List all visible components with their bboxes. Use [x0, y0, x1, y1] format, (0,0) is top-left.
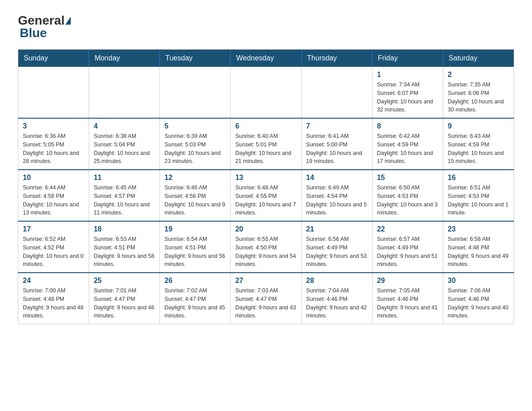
calendar-day-cell: 25Sunrise: 7:01 AM Sunset: 4:47 PM Dayli…	[89, 273, 160, 324]
day-info: Sunrise: 7:35 AM Sunset: 6:06 PM Dayligh…	[448, 81, 509, 114]
day-number: 4	[94, 122, 155, 130]
calendar-day-cell: 4Sunrise: 6:38 AM Sunset: 5:04 PM Daylig…	[89, 118, 160, 170]
day-info: Sunrise: 6:41 AM Sunset: 5:00 PM Dayligh…	[306, 132, 368, 166]
day-number: 2	[448, 71, 509, 79]
calendar-day-cell: 26Sunrise: 7:02 AM Sunset: 4:47 PM Dayli…	[160, 273, 231, 324]
day-number: 10	[23, 174, 84, 182]
day-info: Sunrise: 6:57 AM Sunset: 4:49 PM Dayligh…	[377, 235, 438, 269]
day-info: Sunrise: 7:03 AM Sunset: 4:47 PM Dayligh…	[235, 287, 296, 320]
calendar-day-cell: 16Sunrise: 6:51 AM Sunset: 4:53 PM Dayli…	[443, 170, 514, 221]
calendar-day-cell: 24Sunrise: 7:00 AM Sunset: 4:48 PM Dayli…	[18, 273, 89, 324]
calendar-header-friday: Friday	[372, 50, 443, 67]
calendar-header-thursday: Thursday	[301, 50, 372, 67]
calendar-day-cell: 19Sunrise: 6:54 AM Sunset: 4:51 PM Dayli…	[160, 221, 231, 273]
calendar-day-cell: 29Sunrise: 7:05 AM Sunset: 4:46 PM Dayli…	[372, 273, 443, 324]
day-number: 14	[306, 174, 368, 182]
calendar-week-row: 10Sunrise: 6:44 AM Sunset: 4:58 PM Dayli…	[18, 170, 514, 221]
calendar-header-saturday: Saturday	[443, 50, 514, 67]
day-info: Sunrise: 7:34 AM Sunset: 6:07 PM Dayligh…	[377, 81, 438, 114]
calendar-day-cell: 2Sunrise: 7:35 AM Sunset: 6:06 PM Daylig…	[443, 67, 514, 119]
day-info: Sunrise: 7:01 AM Sunset: 4:47 PM Dayligh…	[94, 287, 155, 320]
day-number: 24	[23, 277, 84, 285]
day-number: 3	[23, 122, 84, 130]
day-info: Sunrise: 6:51 AM Sunset: 4:53 PM Dayligh…	[448, 184, 509, 217]
day-info: Sunrise: 6:45 AM Sunset: 4:57 PM Dayligh…	[94, 184, 155, 217]
day-number: 6	[235, 122, 296, 130]
page-header: General Blue	[18, 13, 514, 40]
calendar-day-cell: 8Sunrise: 6:42 AM Sunset: 4:59 PM Daylig…	[372, 118, 443, 170]
day-info: Sunrise: 6:58 AM Sunset: 4:48 PM Dayligh…	[448, 235, 509, 269]
calendar-day-cell: 3Sunrise: 6:36 AM Sunset: 5:05 PM Daylig…	[18, 118, 89, 170]
day-info: Sunrise: 6:54 AM Sunset: 4:51 PM Dayligh…	[164, 235, 226, 269]
day-number: 11	[94, 174, 155, 182]
day-info: Sunrise: 6:49 AM Sunset: 4:54 PM Dayligh…	[306, 184, 368, 217]
calendar-day-cell	[160, 67, 231, 119]
calendar-day-cell	[18, 67, 89, 119]
day-info: Sunrise: 6:38 AM Sunset: 5:04 PM Dayligh…	[94, 132, 155, 166]
day-number: 23	[448, 225, 509, 233]
calendar-header-tuesday: Tuesday	[160, 50, 231, 67]
calendar-day-cell: 7Sunrise: 6:41 AM Sunset: 5:00 PM Daylig…	[301, 118, 372, 170]
day-number: 26	[164, 277, 226, 285]
day-info: Sunrise: 7:00 AM Sunset: 4:48 PM Dayligh…	[23, 287, 84, 320]
day-number: 19	[164, 225, 226, 233]
calendar-day-cell: 28Sunrise: 7:04 AM Sunset: 4:46 PM Dayli…	[301, 273, 372, 324]
day-info: Sunrise: 6:53 AM Sunset: 4:51 PM Dayligh…	[94, 235, 155, 269]
day-number: 22	[377, 225, 438, 233]
calendar-day-cell: 30Sunrise: 7:06 AM Sunset: 4:46 PM Dayli…	[443, 273, 514, 324]
calendar-week-row: 17Sunrise: 6:52 AM Sunset: 4:52 PM Dayli…	[18, 221, 514, 273]
calendar-week-row: 1Sunrise: 7:34 AM Sunset: 6:07 PM Daylig…	[18, 67, 514, 119]
day-info: Sunrise: 6:46 AM Sunset: 4:56 PM Dayligh…	[164, 184, 226, 217]
day-number: 28	[306, 277, 368, 285]
day-number: 30	[448, 277, 509, 285]
calendar-day-cell: 11Sunrise: 6:45 AM Sunset: 4:57 PM Dayli…	[89, 170, 160, 221]
calendar-header-wednesday: Wednesday	[231, 50, 301, 67]
calendar-header-sunday: Sunday	[18, 50, 89, 67]
day-number: 5	[164, 122, 226, 130]
day-number: 9	[448, 122, 509, 130]
day-info: Sunrise: 7:05 AM Sunset: 4:46 PM Dayligh…	[377, 287, 438, 320]
calendar-table: SundayMondayTuesdayWednesdayThursdayFrid…	[18, 49, 514, 324]
day-number: 20	[235, 225, 296, 233]
calendar-day-cell: 23Sunrise: 6:58 AM Sunset: 4:48 PM Dayli…	[443, 221, 514, 273]
day-number: 8	[377, 122, 438, 130]
calendar-header-monday: Monday	[89, 50, 160, 67]
day-number: 1	[377, 71, 438, 79]
day-info: Sunrise: 7:04 AM Sunset: 4:46 PM Dayligh…	[306, 287, 368, 320]
day-info: Sunrise: 6:42 AM Sunset: 4:59 PM Dayligh…	[377, 132, 438, 166]
logo: General Blue	[18, 13, 72, 40]
day-number: 12	[164, 174, 226, 182]
day-number: 17	[23, 225, 84, 233]
logo-triangle-icon	[65, 17, 71, 25]
day-number: 13	[235, 174, 296, 182]
calendar-day-cell: 27Sunrise: 7:03 AM Sunset: 4:47 PM Dayli…	[231, 273, 301, 324]
calendar-day-cell: 17Sunrise: 6:52 AM Sunset: 4:52 PM Dayli…	[18, 221, 89, 273]
day-info: Sunrise: 7:02 AM Sunset: 4:47 PM Dayligh…	[164, 287, 226, 320]
calendar-day-cell: 21Sunrise: 6:56 AM Sunset: 4:49 PM Dayli…	[301, 221, 372, 273]
calendar-day-cell	[89, 67, 160, 119]
day-info: Sunrise: 6:52 AM Sunset: 4:52 PM Dayligh…	[23, 235, 84, 269]
day-info: Sunrise: 6:39 AM Sunset: 5:03 PM Dayligh…	[164, 132, 226, 166]
calendar-day-cell: 20Sunrise: 6:55 AM Sunset: 4:50 PM Dayli…	[231, 221, 301, 273]
calendar-week-row: 3Sunrise: 6:36 AM Sunset: 5:05 PM Daylig…	[18, 118, 514, 170]
day-info: Sunrise: 6:55 AM Sunset: 4:50 PM Dayligh…	[235, 235, 296, 269]
day-info: Sunrise: 7:06 AM Sunset: 4:46 PM Dayligh…	[448, 287, 509, 320]
calendar-day-cell: 15Sunrise: 6:50 AM Sunset: 4:53 PM Dayli…	[372, 170, 443, 221]
day-info: Sunrise: 6:56 AM Sunset: 4:49 PM Dayligh…	[306, 235, 368, 269]
calendar-day-cell: 22Sunrise: 6:57 AM Sunset: 4:49 PM Dayli…	[372, 221, 443, 273]
day-info: Sunrise: 6:50 AM Sunset: 4:53 PM Dayligh…	[377, 184, 438, 217]
day-number: 27	[235, 277, 296, 285]
calendar-day-cell: 1Sunrise: 7:34 AM Sunset: 6:07 PM Daylig…	[372, 67, 443, 119]
calendar-day-cell	[231, 67, 301, 119]
day-info: Sunrise: 6:48 AM Sunset: 4:55 PM Dayligh…	[235, 184, 296, 217]
day-info: Sunrise: 6:40 AM Sunset: 5:01 PM Dayligh…	[235, 132, 296, 166]
calendar-day-cell: 14Sunrise: 6:49 AM Sunset: 4:54 PM Dayli…	[301, 170, 372, 221]
calendar-day-cell: 10Sunrise: 6:44 AM Sunset: 4:58 PM Dayli…	[18, 170, 89, 221]
day-info: Sunrise: 6:44 AM Sunset: 4:58 PM Dayligh…	[23, 184, 84, 217]
calendar-day-cell: 13Sunrise: 6:48 AM Sunset: 4:55 PM Dayli…	[231, 170, 301, 221]
day-number: 25	[94, 277, 155, 285]
logo-blue-text: Blue	[20, 26, 47, 40]
day-info: Sunrise: 6:43 AM Sunset: 4:59 PM Dayligh…	[448, 132, 509, 166]
day-info: Sunrise: 6:36 AM Sunset: 5:05 PM Dayligh…	[23, 132, 84, 166]
calendar-header-row: SundayMondayTuesdayWednesdayThursdayFrid…	[18, 50, 514, 67]
